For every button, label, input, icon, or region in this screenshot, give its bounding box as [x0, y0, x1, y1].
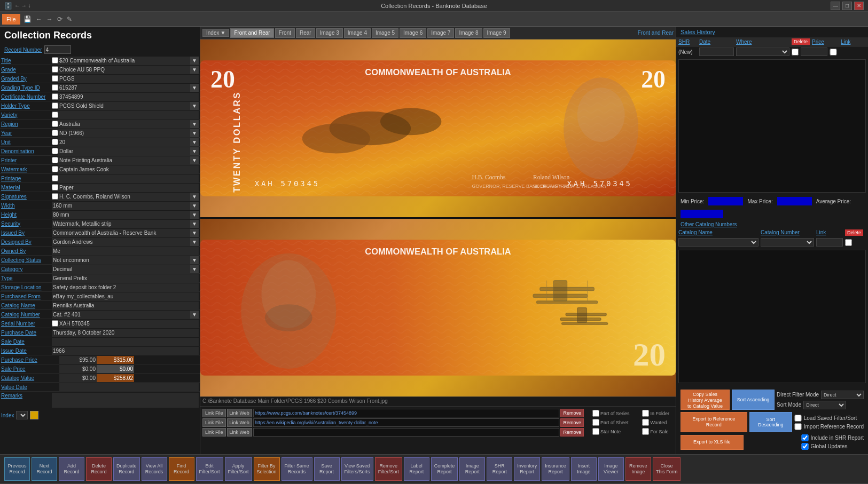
- field-input-storage[interactable]: [52, 283, 199, 291]
- tab-front-and-rear-1[interactable]: Front and Rear: [230, 28, 273, 38]
- previous-record-btn[interactable]: PreviousRecord: [4, 457, 30, 481]
- field-dropdown-region[interactable]: ▼: [190, 120, 199, 128]
- field-input-printer[interactable]: [58, 156, 190, 164]
- field-label-security[interactable]: Security: [1, 221, 52, 227]
- sales-delete-cb[interactable]: [792, 49, 799, 55]
- field-dropdown-collecting-status[interactable]: ▼: [190, 256, 199, 264]
- field-input-category[interactable]: [52, 265, 190, 273]
- sales-price-input[interactable]: [801, 47, 827, 56]
- field-label-year[interactable]: Year: [1, 130, 52, 136]
- field-input-denomination[interactable]: [58, 147, 190, 155]
- tab-rear[interactable]: Rear: [296, 28, 315, 38]
- field-input-serial-number[interactable]: [58, 320, 199, 328]
- next-record-btn[interactable]: NextRecord: [32, 457, 57, 481]
- field-cb-signatures[interactable]: [52, 193, 58, 200]
- field-label-printage[interactable]: Printage: [1, 176, 52, 181]
- remove-image-btn[interactable]: RemoveImage: [625, 457, 651, 481]
- field-input-collecting-status[interactable]: [52, 256, 190, 264]
- part-of-sheet-cb[interactable]: [592, 419, 599, 426]
- catalog-value-input[interactable]: [59, 374, 97, 382]
- field-input-type[interactable]: [52, 274, 199, 282]
- field-input-catalog-number[interactable]: [52, 311, 190, 319]
- field-label-cert-number[interactable]: Certificate Number: [1, 94, 52, 100]
- file-menu-btn[interactable]: File: [2, 14, 20, 25]
- field-cb-title[interactable]: [52, 57, 58, 64]
- link-url-2[interactable]: [253, 418, 560, 427]
- link-file-btn-2[interactable]: Link File: [202, 418, 226, 427]
- catalog-link-input[interactable]: [816, 238, 843, 247]
- purchase-price-catalog[interactable]: [97, 356, 134, 364]
- field-input-grade[interactable]: [58, 66, 190, 74]
- export-xls-btn[interactable]: Export to XLS file: [681, 435, 744, 450]
- remove-link-3-btn[interactable]: Remove: [560, 428, 584, 437]
- field-dropdown-height[interactable]: ▼: [190, 211, 199, 219]
- title-bar-controls[interactable]: — □ ✕: [831, 2, 864, 10]
- field-input-designed-by[interactable]: [52, 238, 190, 246]
- field-cb-grading-type[interactable]: [52, 84, 58, 91]
- field-dropdown-category[interactable]: ▼: [190, 265, 199, 273]
- field-label-catalog-name[interactable]: Catalog Name: [1, 303, 52, 308]
- sort-ascending-btn[interactable]: Sort Ascending: [732, 390, 775, 410]
- edit-filter-sort-btn[interactable]: EditFilter/Sort: [196, 457, 223, 481]
- image-viewer-btn[interactable]: ImageViewer: [598, 457, 624, 481]
- link-url-1[interactable]: [253, 409, 560, 417]
- field-input-watermark[interactable]: [58, 165, 199, 173]
- field-label-unit[interactable]: Unit: [1, 139, 52, 145]
- shr-report-btn[interactable]: SHRReport: [487, 457, 512, 481]
- price-label-value-date[interactable]: Value Date: [1, 384, 52, 390]
- link-web-btn-1[interactable]: Link Web: [227, 409, 252, 417]
- field-label-collecting-status[interactable]: Collecting Status: [1, 257, 52, 263]
- import-ref-cb[interactable]: [794, 423, 802, 430]
- filter-same-records-btn[interactable]: Filter SameRecords: [281, 457, 312, 481]
- catalog-delete-cb[interactable]: [845, 239, 852, 246]
- inventory-report-btn[interactable]: InventoryReport: [514, 457, 540, 481]
- sort-descending-btn[interactable]: Sort Descending: [749, 412, 792, 432]
- field-input-signatures[interactable]: [58, 193, 190, 201]
- filter-by-selection-btn[interactable]: Filter BySelection: [254, 457, 280, 481]
- sales-th-shr[interactable]: SHR: [678, 39, 697, 45]
- purchase-price-input[interactable]: [59, 356, 97, 364]
- field-dropdown-unit[interactable]: ▼: [190, 138, 199, 146]
- duplicate-record-btn[interactable]: DuplicateRecord: [113, 457, 140, 481]
- catalog-delete-btn[interactable]: Delete: [845, 229, 863, 236]
- close-this-form-btn[interactable]: CloseThis Form: [653, 457, 681, 481]
- remarks-label[interactable]: Remarks: [1, 393, 52, 399]
- copy-sales-btn[interactable]: Copy Sales History Averageto Catalog Val…: [681, 390, 730, 410]
- field-input-region[interactable]: [58, 120, 190, 128]
- field-input-sale-date[interactable]: [52, 338, 199, 346]
- catalog-name-select[interactable]: [678, 238, 758, 247]
- field-input-printage[interactable]: [58, 174, 199, 183]
- link-web-btn-2[interactable]: Link Web: [227, 418, 252, 427]
- field-label-sale-date[interactable]: Sale Date: [1, 339, 52, 345]
- field-label-denomination[interactable]: Denomination: [1, 148, 52, 154]
- field-cb-year[interactable]: [52, 130, 58, 136]
- for-sale-cb[interactable]: [642, 428, 649, 435]
- field-label-width[interactable]: Width: [1, 203, 52, 209]
- maximize-btn[interactable]: □: [842, 2, 852, 10]
- direct-filter-select[interactable]: Direct: [821, 391, 864, 399]
- field-dropdown-grade[interactable]: ▼: [190, 66, 199, 74]
- field-label-height[interactable]: Height: [1, 212, 52, 218]
- include-shr-cb[interactable]: [801, 434, 809, 441]
- sales-history-title[interactable]: Sales History: [676, 27, 868, 37]
- price-label-sale[interactable]: Sale Price: [1, 366, 52, 372]
- price-label-purchase[interactable]: Purchase Price: [1, 357, 52, 363]
- field-dropdown-issued-by[interactable]: ▼: [190, 229, 199, 237]
- link-file-btn-1[interactable]: Link File: [202, 409, 226, 417]
- field-label-storage[interactable]: Storage Location: [1, 284, 52, 290]
- field-cb-watermark[interactable]: [52, 166, 58, 172]
- field-dropdown-catalog-number[interactable]: ▼: [190, 311, 199, 319]
- save-report-btn[interactable]: SaveReport: [314, 457, 340, 481]
- field-label-issue-date[interactable]: Issue Date: [1, 348, 52, 354]
- field-label-graded-by[interactable]: Graded By: [1, 76, 52, 82]
- field-label-title[interactable]: Title: [1, 58, 52, 64]
- sales-where-select[interactable]: [736, 47, 789, 56]
- catalog-th-name[interactable]: Catalog Name: [678, 229, 758, 236]
- load-saved-cb[interactable]: [794, 415, 802, 422]
- field-input-title[interactable]: [58, 57, 190, 65]
- image-report-btn[interactable]: ImageReport: [459, 457, 485, 481]
- in-folder-cb[interactable]: [642, 410, 649, 417]
- add-record-btn[interactable]: AddRecord: [59, 457, 84, 481]
- field-cb-holder-type[interactable]: [52, 102, 58, 109]
- field-cb-region[interactable]: [52, 121, 58, 127]
